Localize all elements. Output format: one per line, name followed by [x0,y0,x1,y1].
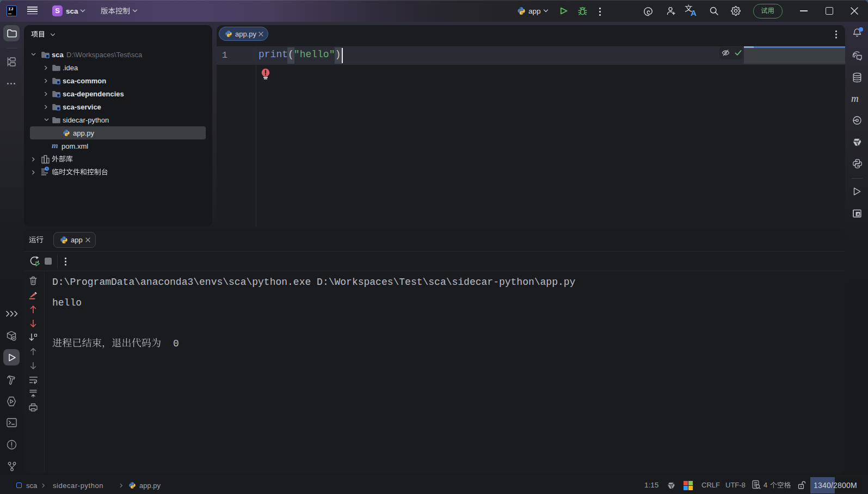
svg-text:A: A [857,212,860,217]
